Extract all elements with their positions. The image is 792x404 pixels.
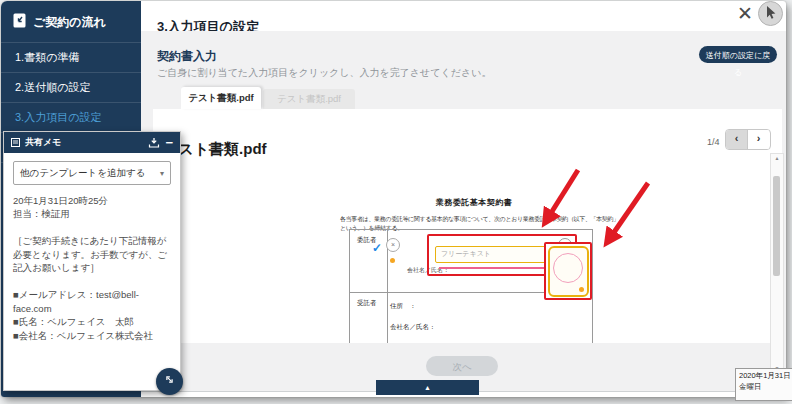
stamp-circle xyxy=(553,253,583,283)
main-header: 3.入力項目の設定 ✕ xyxy=(141,1,786,31)
required-marker-dot xyxy=(390,258,395,263)
sidebar-item-step1[interactable]: 1.書類の準備 xyxy=(1,42,141,72)
shared-memo-panel: 共有メモ − 他のテンプレートを追加する ▾ 20年1月31日20時25分 担当… xyxy=(3,131,181,391)
template-select-value: 他のテンプレートを追加する xyxy=(20,167,146,180)
minimize-icon[interactable]: − xyxy=(165,134,173,152)
back-to-send-order-button[interactable]: 送付順の設定に戻る xyxy=(699,46,777,63)
download-icon[interactable] xyxy=(148,137,160,148)
contract-flow-window: ご契約の流れ 1.書類の準備 2.送付順の設定 3.入力項目の設定 4.送信内容… xyxy=(1,1,786,397)
clear-field-icon[interactable]: × xyxy=(386,238,400,252)
sidebar-header: ご契約の流れ xyxy=(1,1,141,42)
memo-line: ■氏名：ベルフェイス 太郎 xyxy=(13,315,171,328)
sheet-up-icon: ▲ xyxy=(424,384,431,391)
memo-line: ■メールアドレス：test@bell-face.com xyxy=(13,288,171,315)
memo-icon xyxy=(11,138,20,147)
day-text: 金曜日 xyxy=(739,382,792,393)
page-navigation: ‹ › xyxy=(725,129,771,150)
memo-line xyxy=(13,221,171,234)
pdf-preview: 業務委託基本契約書 各当事者は、業務の委託等に関する基本的な事項について、次のと… xyxy=(336,161,612,343)
row-label-contractor: 受託者 xyxy=(357,299,377,308)
contract-flow-doc-icon xyxy=(13,13,26,31)
tab-document-1[interactable]: テスト書類.pdf xyxy=(181,87,261,109)
tab-document-2[interactable]: テスト書類.pdf xyxy=(263,89,355,109)
cursor-overlay-icon xyxy=(758,1,783,26)
required-marker-dot xyxy=(579,287,584,292)
chevron-down-icon: ▾ xyxy=(160,169,164,178)
pdf-signature-table: 委託者 受託者 ✓ × 会社名／氏名： × フリーテキスト xyxy=(349,229,593,343)
system-date-box: 2020年1月31日 金曜日 xyxy=(735,368,792,401)
template-select[interactable]: 他のテンプレートを追加する ▾ xyxy=(13,161,171,185)
memo-line: 担当：検証用 xyxy=(13,207,171,220)
memo-line: ■会社名：ベルフェイス株式会社 xyxy=(13,329,171,342)
sidebar-item-step3[interactable]: 3.入力項目の設定 xyxy=(1,102,141,132)
memo-title: 共有メモ xyxy=(25,136,143,149)
completed-check-icon: ✓ xyxy=(372,241,382,255)
section-title: 契約書入力 xyxy=(157,48,217,65)
sidebar-title: ご契約の流れ xyxy=(33,14,106,31)
sidebar-item-step2[interactable]: 2.送付順の設定 xyxy=(1,72,141,102)
pdf-contract-title: 業務委託基本契約書 xyxy=(336,197,612,208)
stamp-field-frame xyxy=(548,246,589,297)
scroll-up-icon[interactable]: ▲ xyxy=(771,155,783,161)
bottom-sheet-toggle[interactable]: ▲ xyxy=(376,380,479,395)
memo-line: ［ご契約手続きにあたり下記情報が必要となります。お手数ですが、ご記入お願いします… xyxy=(13,234,171,274)
memo-header: 共有メモ − xyxy=(4,132,180,153)
scrollbar-thumb[interactable] xyxy=(773,176,780,276)
previous-page-button[interactable]: ‹ xyxy=(726,130,748,149)
field-underline xyxy=(439,267,551,269)
next-page-button[interactable]: › xyxy=(748,130,769,149)
memo-line xyxy=(13,275,171,288)
document-scrollbar[interactable]: ▲ ▼ xyxy=(770,153,784,373)
section-description: ご自身に割り当てた入力項目をクリックし、入力を完了させてください。 xyxy=(157,66,491,80)
address-label: 住所 ： xyxy=(390,302,416,311)
content-section: 契約書入力 ご自身に割り当てた入力項目をクリックし、入力を完了させてください。 … xyxy=(141,31,786,392)
highlighted-stamp-field[interactable] xyxy=(544,242,592,300)
page-indicator: 1/4 xyxy=(707,137,720,147)
pdf-body-line1: 各当事者は、業務の委託等に関する基本的な事項について、次のとおり業務委託基本契約… xyxy=(340,215,619,224)
next-step-button[interactable]: 次へ xyxy=(426,356,498,376)
date-text: 2020年1月31日 xyxy=(739,371,792,382)
memo-text: 20年1月31日20時25分 担当：検証用 ［ご契約手続きにあたり下記情報が必要… xyxy=(13,194,171,342)
company-name-label-row2: 会社名／氏名： xyxy=(390,323,436,332)
document-card: テスト書類.pdf 1/4 ‹ › 業務委託基本契約書 各当事者は、業務の委託等… xyxy=(153,109,782,343)
expand-memo-button[interactable] xyxy=(156,368,183,395)
close-icon[interactable]: ✕ xyxy=(737,3,753,25)
expand-icon xyxy=(162,372,177,391)
memo-line: 20年1月31日20時25分 xyxy=(13,194,171,207)
memo-body: 他のテンプレートを追加する ▾ 20年1月31日20時25分 担当：検証用 ［ご… xyxy=(4,153,180,390)
